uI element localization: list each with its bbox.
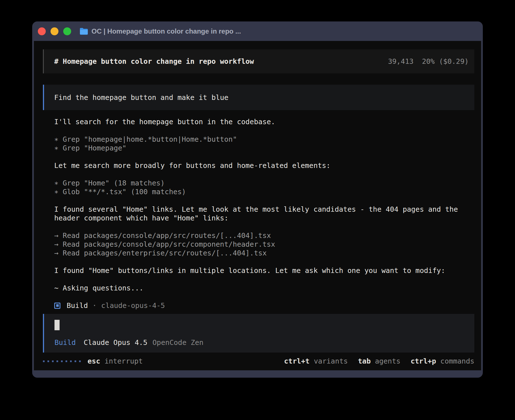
input-agent-label[interactable]: Build [54,338,76,347]
status-text: ~ Asking questions... [54,284,474,292]
assistant-text: Let me search more broadly for buttons a… [54,161,474,170]
hint-agents: tabagents [358,357,400,366]
terminal-window: OC | Homepage button color change in rep… [32,21,483,378]
folder-icon [80,28,88,35]
agent-status-row: Build · claude-opus-4-5 [54,301,474,310]
tool-call-grep: ∗ Grep "Homepage" [54,144,474,152]
token-count: 39,413 [388,57,413,65]
hint-commands: ctrl+pcommands [411,357,474,366]
esc-key-label: interrupt [104,357,143,365]
tool-call-glob: ∗ Glob "**/*.tsx" (100 matches) [54,187,474,196]
tool-call-grep: ∗ Grep "homepage|home.*button|Home.*butt… [54,135,474,144]
assistant-text: I'll search for the homepage button in t… [54,117,474,126]
session-cost: ($0.29) [439,57,469,65]
assistant-text: I found several "Home" links. Let me loo… [54,205,474,222]
agent-model: claude-opus-4-5 [101,301,165,310]
footer-hint-bar: escinterrupt ctrl+tvariants tabagents ct… [43,357,474,366]
hint-variants: ctrl+tvariants [284,357,348,366]
assistant-transcript: I'll search for the homepage button in t… [54,117,474,310]
tool-call-read: → Read packages/console/app/src/componen… [54,240,474,249]
context-percent: 20% [422,57,435,65]
esc-key-hint: esc [88,357,100,365]
input-provider-label: OpenCode Zen [152,338,204,347]
input-model-label[interactable]: Claude Opus 4.5 [84,338,147,347]
zoom-button[interactable] [63,27,71,35]
prompt-input[interactable]: Build Claude Opus 4.5 OpenCode Zen [43,314,474,353]
assistant-text: I found "Home" buttons/links in multiple… [54,266,474,275]
tool-call-read: → Read packages/console/app/src/routes/[… [54,231,474,240]
session-header: # Homepage button color change in repo w… [43,49,474,73]
session-stats: 39,41320%($0.29) [388,57,469,66]
user-message-text: Find the homepage button and make it blu… [54,93,228,102]
input-meta-row: Build Claude Opus 4.5 OpenCode Zen [54,338,474,347]
tool-call-read: → Read packages/enterprise/src/routes/[.… [54,249,474,257]
terminal-content: # Homepage button color change in repo w… [34,41,481,370]
agent-build-icon [54,303,60,309]
traffic-lights [38,27,71,35]
titlebar[interactable]: OC | Homepage button color change in rep… [32,21,483,41]
activity-dots [43,360,81,362]
minimize-button[interactable] [51,27,58,35]
user-message: Find the homepage button and make it blu… [43,85,474,110]
separator-dot: · [92,301,97,310]
text-cursor [54,320,60,330]
close-button[interactable] [38,27,46,35]
agent-name: Build [67,301,88,310]
window-title: OC | Homepage button color change in rep… [91,27,241,35]
tool-call-grep: ∗ Grep "Home" (18 matches) [54,179,474,187]
session-title: # Homepage button color change in repo w… [54,57,254,66]
